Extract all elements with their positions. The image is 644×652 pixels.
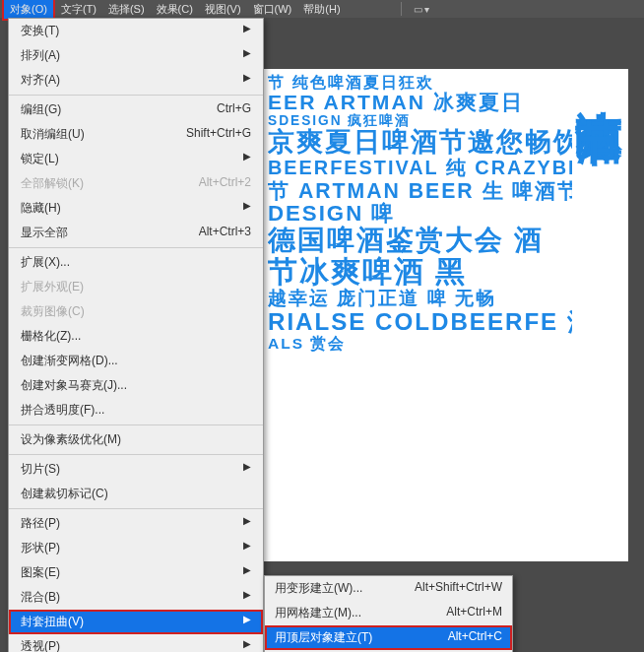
menu-item-label: 混合(B) — [21, 589, 60, 606]
chevron-right-icon: ▶ — [243, 23, 251, 39]
menu-item[interactable]: 对齐(A)▶ — [9, 68, 263, 93]
menubar-item[interactable]: 视图(V) — [199, 0, 247, 19]
chevron-right-icon: ▶ — [243, 72, 251, 89]
menu-item-label: 锁定(L) — [21, 151, 59, 167]
menu-item[interactable]: 显示全部Alt+Ctrl+3 — [9, 221, 263, 245]
menu-item[interactable]: 创建渐变网格(D)... — [9, 349, 263, 373]
submenu-item-label: 用网格建立(M)... — [275, 605, 361, 621]
menu-item-label: 排列(A) — [21, 47, 60, 64]
menu-item-label: 隐藏(H) — [21, 200, 61, 217]
submenu-item-shortcut: Alt+Ctrl+M — [446, 605, 502, 621]
chevron-right-icon: ▶ — [243, 461, 251, 478]
object-menu-dropdown: 变换(T)▶排列(A)▶对齐(A)▶编组(G)Ctrl+G取消编组(U)Shif… — [8, 18, 264, 652]
menu-item-label: 透视(P) — [21, 638, 60, 652]
options-button[interactable]: ▭ ▾ — [406, 0, 437, 18]
chevron-right-icon: ▶ — [243, 540, 251, 556]
menu-item: 裁剪图像(C) — [9, 299, 263, 324]
menu-item[interactable]: 栅格化(Z)... — [9, 324, 263, 349]
menu-item[interactable]: 设为像素级优化(M) — [9, 427, 263, 452]
chevron-right-icon: ▶ — [243, 47, 251, 64]
menu-item[interactable]: 变换(T)▶ — [9, 19, 263, 43]
chevron-right-icon: ▶ — [243, 200, 251, 217]
menu-item-label: 裁剪图像(C) — [21, 303, 85, 320]
menu-item[interactable]: 透视(P)▶ — [9, 634, 263, 652]
menu-item[interactable]: 封套扭曲(V)▶ — [9, 610, 263, 634]
menu-item-label: 扩展外观(E) — [21, 279, 84, 295]
menu-item[interactable]: 拼合透明度(F)... — [9, 398, 263, 423]
menu-item[interactable]: 锁定(L)▶ — [9, 147, 263, 171]
menu-separator — [9, 424, 263, 425]
menubar-item[interactable]: 选择(S) — [102, 0, 151, 19]
menu-item-shortcut: Alt+Ctrl+2 — [199, 175, 251, 192]
menu-item-label: 扩展(X)... — [21, 254, 70, 271]
submenu-item[interactable]: 用网格建立(M)...Alt+Ctrl+M — [265, 601, 512, 625]
menu-item-label: 栅格化(Z)... — [21, 328, 81, 345]
submenu-item-shortcut: Alt+Ctrl+C — [448, 629, 502, 646]
menu-item-label: 对齐(A) — [21, 72, 60, 89]
menu-item[interactable]: 隐藏(H)▶ — [9, 196, 263, 221]
menu-item-label: 拼合透明度(F)... — [21, 402, 104, 419]
menu-item[interactable]: 扩展(X)... — [9, 250, 263, 275]
menu-separator — [9, 95, 263, 96]
canvas-artwork: 冰爽啤酒节节 纯色啤酒夏日狂欢EER ARTMAN 冰爽夏日SDESIGN 疯狂… — [264, 69, 628, 561]
menu-item-label: 切片(S) — [21, 461, 60, 478]
menu-item[interactable]: 形状(P)▶ — [9, 536, 263, 560]
menubar-item[interactable]: 帮助(H) — [297, 0, 346, 19]
menu-item[interactable]: 切片(S)▶ — [9, 457, 263, 482]
menu-item-label: 显示全部 — [21, 225, 68, 241]
menu-separator — [9, 454, 263, 455]
menu-item-label: 创建渐变网格(D)... — [21, 353, 118, 369]
menu-item-label: 形状(P) — [21, 540, 60, 556]
chevron-right-icon: ▶ — [243, 589, 251, 606]
menu-item[interactable]: 排列(A)▶ — [9, 43, 263, 68]
menubar-item[interactable]: 窗口(W) — [247, 0, 298, 19]
menu-item-label: 全部解锁(K) — [21, 175, 84, 192]
menubar-divider — [401, 2, 402, 16]
menu-separator — [9, 247, 263, 248]
submenu-item-label: 用变形建立(W)... — [275, 580, 362, 597]
chevron-right-icon: ▶ — [243, 151, 251, 167]
menu-item-label: 设为像素级优化(M) — [21, 431, 121, 448]
chevron-right-icon: ▶ — [243, 564, 251, 581]
chevron-right-icon: ▶ — [243, 614, 251, 630]
envelope-distort-submenu: 用变形建立(W)...Alt+Shift+Ctrl+W用网格建立(M)...Al… — [264, 575, 513, 652]
menu-item-label: 创建对象马赛克(J)... — [21, 377, 127, 394]
menu-item[interactable]: 图案(E)▶ — [9, 560, 263, 585]
menu-item[interactable]: 混合(B)▶ — [9, 585, 263, 610]
menu-item: 全部解锁(K)Alt+Ctrl+2 — [9, 171, 263, 196]
menu-item[interactable]: 创建裁切标记(C) — [9, 482, 263, 506]
menu-item-shortcut: Alt+Ctrl+3 — [199, 225, 251, 241]
chevron-right-icon: ▶ — [243, 638, 251, 652]
submenu-item[interactable]: 用变形建立(W)...Alt+Shift+Ctrl+W — [265, 576, 512, 601]
submenu-item-label: 用顶层对象建立(T) — [275, 629, 372, 646]
menu-item-label: 变换(T) — [21, 23, 59, 39]
chevron-right-icon: ▶ — [243, 515, 251, 532]
menu-item[interactable]: 路径(P)▶ — [9, 511, 263, 536]
menu-item-shortcut: Shift+Ctrl+G — [186, 126, 251, 143]
menu-item: 扩展外观(E) — [9, 275, 263, 299]
menu-separator — [9, 508, 263, 509]
menu-item[interactable]: 取消编组(U)Shift+Ctrl+G — [9, 122, 263, 147]
menu-item-label: 创建裁切标记(C) — [21, 486, 108, 502]
menubar-item[interactable]: 效果(C) — [151, 0, 199, 19]
menu-item-label: 取消编组(U) — [21, 126, 85, 143]
menu-item-shortcut: Ctrl+G — [217, 101, 251, 118]
menu-item[interactable]: 编组(G)Ctrl+G — [9, 98, 263, 122]
menu-item-label: 路径(P) — [21, 515, 60, 532]
menubar-item[interactable]: 文字(T) — [55, 0, 102, 19]
menu-item-label: 封套扭曲(V) — [21, 614, 84, 630]
menubar: 对象(O)文字(T)选择(S)效果(C)视图(V)窗口(W)帮助(H) — [0, 0, 644, 18]
menu-item-label: 图案(E) — [21, 564, 60, 581]
submenu-item[interactable]: 用顶层对象建立(T)Alt+Ctrl+C — [265, 625, 512, 650]
submenu-item-shortcut: Alt+Shift+Ctrl+W — [415, 580, 502, 597]
menu-item[interactable]: 创建对象马赛克(J)... — [9, 373, 263, 398]
canvas-text-content: 冰爽啤酒节节 纯色啤酒夏日狂欢EER ARTMAN 冰爽夏日SDESIGN 疯狂… — [264, 69, 628, 561]
menu-item-label: 编组(G) — [21, 101, 61, 118]
